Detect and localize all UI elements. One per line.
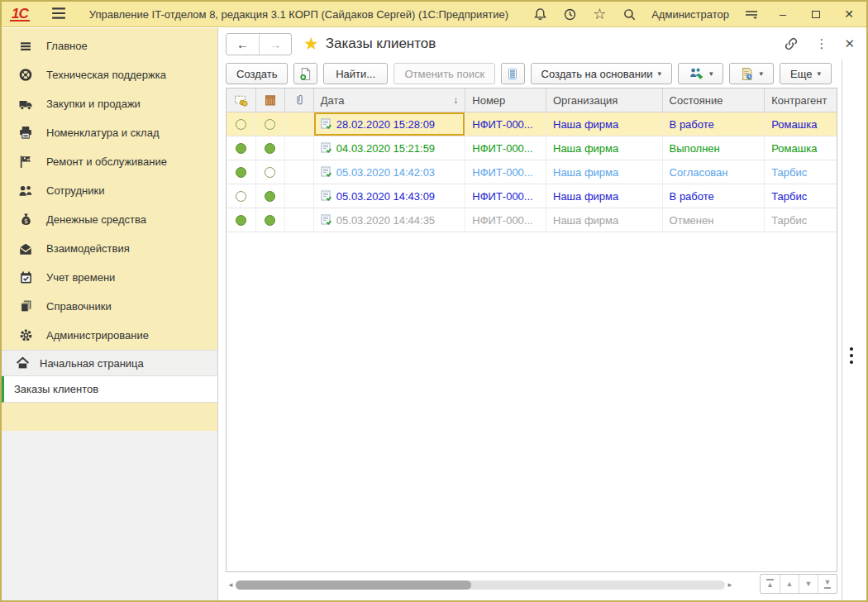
- notifications-bell-icon[interactable]: [532, 7, 547, 22]
- table-row[interactable]: 05.03.2020 14:44:35 НФИТ-000... Наша фир…: [227, 208, 837, 232]
- horizontal-scrollbar: ◄ ►: [226, 577, 735, 592]
- column-attachments[interactable]: [285, 88, 314, 112]
- sidebar-item-time-tracking[interactable]: Учет времени: [2, 263, 217, 292]
- favorites-star-icon[interactable]: ☆: [592, 7, 607, 22]
- document-schedule-button[interactable]: ▾: [729, 63, 774, 84]
- posted-document-icon: [321, 118, 332, 130]
- svg-text:$: $: [23, 217, 27, 225]
- cancel-search-button[interactable]: Отменить поиск: [393, 63, 495, 84]
- home-icon: [13, 356, 31, 370]
- table-row[interactable]: 05.03.2020 14:42:03 НФИТ-000... Наша фир…: [227, 160, 837, 184]
- truck-icon: [17, 98, 35, 111]
- sidebar-item-employees[interactable]: Сотрудники: [2, 176, 217, 205]
- payment-status-icon: [234, 94, 248, 107]
- people-icon: [17, 184, 35, 198]
- column-shipment-status[interactable]: [256, 88, 285, 112]
- table-header: Дата ↓ Номер Организация Состояние Контр…: [227, 88, 837, 112]
- current-user-label[interactable]: Администратор: [651, 8, 729, 21]
- chevron-down-icon: ▾: [817, 69, 821, 78]
- money-bag-icon: $: [17, 213, 35, 227]
- shipment-status-circle: [265, 167, 275, 178]
- column-contractor[interactable]: Контрагент: [765, 88, 837, 112]
- output-list-button[interactable]: [501, 63, 524, 84]
- sidebar: Главное Техническая поддержка Закупки и …: [2, 28, 218, 600]
- table-row[interactable]: 28.02.2020 15:28:09 НФИТ-000... Наша фир…: [227, 112, 837, 136]
- column-date[interactable]: Дата ↓: [314, 88, 465, 112]
- close-window-button[interactable]: ✕: [840, 7, 858, 21]
- main-area: ← → ★ Заказы клиентов ⋮ ✕ Создать Найти.…: [219, 28, 866, 600]
- window-title: Управление IT-отделом 8, редакция 3.1 КО…: [89, 8, 508, 21]
- table-row[interactable]: 05.03.2020 14:43:09 НФИТ-000... Наша фир…: [227, 184, 837, 208]
- chevron-down-icon: ▾: [657, 69, 661, 78]
- sidebar-item-interactions[interactable]: Взаимодействия: [2, 234, 217, 263]
- forward-button[interactable]: →: [259, 34, 291, 55]
- status-badge: Выполнен: [663, 136, 765, 160]
- right-panel-strip: [842, 60, 866, 600]
- go-to-first-row-button[interactable]: ▲: [761, 575, 780, 593]
- service-menu-icon[interactable]: [744, 7, 759, 22]
- payment-status-circle: [236, 191, 246, 202]
- sidebar-item-catalogs[interactable]: Справочники: [2, 292, 217, 321]
- open-tab-customer-orders[interactable]: Заказы клиентов: [2, 376, 217, 403]
- get-link-icon[interactable]: [784, 36, 799, 51]
- search-icon[interactable]: [622, 7, 637, 22]
- more-button[interactable]: Еще ▾: [780, 63, 832, 84]
- sidebar-item-home-page[interactable]: Начальная страница: [2, 350, 217, 376]
- column-number[interactable]: Номер: [465, 88, 546, 112]
- menu-icon: [17, 40, 35, 53]
- shipment-status-circle: [265, 119, 275, 130]
- close-form-button[interactable]: ✕: [844, 36, 855, 51]
- sidebar-item-administration[interactable]: Администрирование: [2, 321, 217, 350]
- minimize-button[interactable]: –: [774, 7, 792, 21]
- sidebar-item-money[interactable]: $ Денежные средства: [2, 205, 217, 234]
- more-menu-dots-icon[interactable]: ⋮: [815, 36, 827, 51]
- find-button[interactable]: Найти...: [323, 63, 389, 84]
- favorite-star-icon[interactable]: ★: [303, 34, 319, 54]
- panel-splitter-handle[interactable]: [850, 347, 853, 364]
- next-row-button[interactable]: ▼: [799, 575, 818, 593]
- books-icon: [17, 299, 35, 313]
- table-row[interactable]: 04.03.2020 15:21:59 НФИТ-000... Наша фир…: [227, 136, 837, 160]
- copy-document-button[interactable]: [293, 63, 317, 84]
- create-based-on-button[interactable]: Создать на основании ▾: [531, 63, 672, 84]
- status-badge: В работе: [663, 112, 765, 136]
- main-menu-burger-icon[interactable]: [51, 7, 66, 22]
- sidebar-item-purchases-sales[interactable]: Закупки и продажи: [2, 89, 217, 118]
- sidebar-item-main[interactable]: Главное: [2, 31, 217, 60]
- sort-descending-icon: ↓: [453, 94, 458, 106]
- chevron-down-icon: ▾: [709, 69, 713, 78]
- document-clock-icon: [740, 67, 754, 81]
- sidebar-empty-area: [2, 431, 217, 600]
- scrollbar-thumb[interactable]: [236, 580, 471, 590]
- scrollbar-track[interactable]: [236, 580, 725, 590]
- chevron-down-icon: ▾: [759, 69, 763, 78]
- maximize-button[interactable]: [807, 7, 825, 21]
- row-navigation-group: ▲ ▲ ▼ ▼: [760, 574, 837, 594]
- attachment-paperclip-icon: [294, 93, 304, 107]
- column-payment-status[interactable]: [227, 88, 256, 112]
- previous-row-button[interactable]: ▲: [780, 575, 799, 593]
- sidebar-item-repair-service[interactable]: Ремонт и обслуживание: [2, 147, 217, 176]
- payment-status-circle: [236, 119, 246, 130]
- add-client-icon: [689, 67, 704, 80]
- list-report-icon: [506, 67, 519, 81]
- scroll-left-icon[interactable]: ◄: [226, 581, 236, 589]
- column-organization[interactable]: Организация: [546, 88, 663, 112]
- payment-status-circle: [236, 167, 246, 178]
- sidebar-item-tech-support[interactable]: Техническая поддержка: [2, 60, 217, 89]
- checkered-flag-icon: [17, 155, 35, 169]
- history-clock-icon[interactable]: [562, 7, 577, 22]
- add-client-button[interactable]: ▾: [678, 63, 724, 84]
- go-to-last-row-button[interactable]: ▼: [818, 575, 837, 593]
- envelope-icon: [17, 242, 35, 256]
- sidebar-item-stock[interactable]: Номенклатура и склад: [2, 118, 217, 147]
- column-state[interactable]: Состояние: [663, 88, 765, 112]
- create-button[interactable]: Создать: [226, 63, 288, 84]
- 1c-logo-icon: 1С: [10, 7, 30, 22]
- status-badge: Отменен: [663, 208, 765, 232]
- copy-document-icon: [298, 67, 312, 81]
- back-button[interactable]: ←: [227, 34, 259, 55]
- sidebar-sections: Главное Техническая поддержка Закупки и …: [2, 28, 217, 350]
- scroll-right-icon[interactable]: ►: [725, 581, 735, 589]
- payment-status-circle: [236, 143, 246, 154]
